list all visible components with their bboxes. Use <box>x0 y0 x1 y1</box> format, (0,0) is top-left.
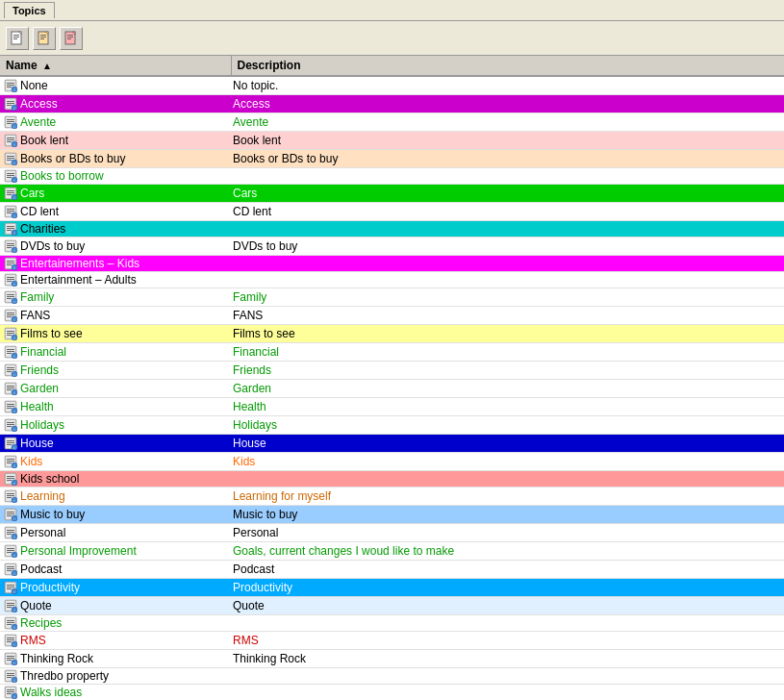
table-row[interactable]: i HouseHouse <box>0 435 784 453</box>
table-row[interactable]: i HealthHealth <box>0 398 784 416</box>
topic-description: DVDs to buy <box>231 238 784 256</box>
table-row[interactable]: i CD lentCD lent <box>0 203 784 221</box>
topic-description: Books or BDs to buy <box>231 150 784 168</box>
table-row[interactable]: i QuoteQuote <box>0 597 784 615</box>
table-container: Name ▲ Description i NoneNo topic. i Acc… <box>0 56 784 700</box>
topic-icon: i <box>4 634 17 647</box>
name-column-header[interactable]: Name ▲ <box>0 56 231 76</box>
topic-name: RMS <box>20 634 46 647</box>
svg-rect-236 <box>7 641 12 642</box>
table-row[interactable]: i Music to buyMusic to buy <box>0 506 784 524</box>
topic-icon: i <box>4 544 17 558</box>
svg-text:i: i <box>14 178 15 183</box>
topic-name: Personal <box>20 526 65 539</box>
topic-description <box>231 685 784 701</box>
topic-icon: i <box>4 418 17 432</box>
topic-name: Avente <box>20 115 56 129</box>
topic-name: Family <box>20 290 54 304</box>
table-row[interactable]: i GardenGarden <box>0 380 784 398</box>
table-row[interactable]: i LearningLearning for myself <box>0 488 784 506</box>
table-row[interactable]: i Kids school <box>0 471 784 488</box>
svg-rect-257 <box>7 693 12 694</box>
svg-rect-194 <box>7 534 12 535</box>
table-row[interactable]: i Recipes <box>0 615 784 632</box>
delete-button[interactable] <box>60 27 83 50</box>
topic-icon: i <box>4 382 17 395</box>
topic-description: Access <box>231 95 784 113</box>
edit-button[interactable] <box>33 27 56 50</box>
svg-rect-117 <box>7 335 12 336</box>
table-row[interactable]: i Charities <box>0 221 784 238</box>
topic-icon: i <box>4 508 17 521</box>
table-row[interactable]: i Thredbo property <box>0 668 784 685</box>
topic-icon: i <box>4 400 17 413</box>
topic-icon: i <box>4 472 17 486</box>
table-row[interactable]: i Book lentBook lent <box>0 132 784 150</box>
topic-icon: i <box>4 169 17 183</box>
topic-icon: i <box>4 686 17 699</box>
svg-rect-68 <box>7 212 12 213</box>
svg-text:i: i <box>14 516 15 521</box>
table-row[interactable]: i Personal ImprovementGoals, current cha… <box>0 542 784 561</box>
topic-description: Goals, current changes I woud like to ma… <box>231 542 784 561</box>
topic-description: FANS <box>231 307 784 325</box>
svg-text:i: i <box>14 535 15 539</box>
topic-description <box>231 256 784 272</box>
topic-name: Films to see <box>20 327 83 340</box>
window-title: Topics <box>13 5 46 16</box>
table-row[interactable]: i Walks ideas <box>0 685 784 701</box>
svg-rect-60 <box>7 192 14 193</box>
svg-rect-102 <box>7 296 14 297</box>
topic-icon: i <box>4 652 17 665</box>
table-row[interactable]: i AventeAvente <box>0 113 784 132</box>
svg-rect-94 <box>7 277 14 278</box>
table-row[interactable]: i Books or BDs to buyBooks or BDs to buy <box>0 150 784 168</box>
table-row[interactable]: i Thinking RockThinking Rock <box>0 650 784 668</box>
table-row[interactable]: i FamilyFamily <box>0 288 784 307</box>
table-row[interactable]: i PersonalPersonal <box>0 524 784 542</box>
table-row[interactable]: i AccessAccess <box>0 95 784 113</box>
table-row[interactable]: i Entertainements – Kids <box>0 256 784 272</box>
topic-name: Access <box>20 97 58 111</box>
topic-icon: i <box>4 489 17 503</box>
topic-icon: i <box>4 115 17 129</box>
topic-icon: i <box>4 363 17 377</box>
svg-rect-54 <box>7 177 12 178</box>
table-row[interactable]: i CarsCars <box>0 185 784 203</box>
new-button[interactable] <box>6 27 29 50</box>
table-row[interactable]: i KidsKids <box>0 453 784 471</box>
table-row[interactable]: i FANSFANS <box>0 307 784 325</box>
table-row[interactable]: i PodcastPodcast <box>0 561 784 579</box>
table-row[interactable]: i NoneNo topic. <box>0 76 784 95</box>
description-column-header[interactable]: Description <box>231 56 784 76</box>
title-bar: Topics <box>0 0 784 21</box>
svg-rect-7 <box>40 37 46 38</box>
topic-name: Garden <box>20 382 59 395</box>
svg-rect-242 <box>7 658 14 659</box>
table-row[interactable]: i Films to seeFilms to see <box>0 325 784 343</box>
table-row[interactable]: i DVDs to buyDVDs to buy <box>0 238 784 256</box>
topic-description: Cars <box>231 185 784 203</box>
svg-rect-144 <box>7 406 14 407</box>
svg-text:i: i <box>14 571 15 576</box>
topic-description: Quote <box>231 597 784 615</box>
table-row[interactable]: i FriendsFriends <box>0 362 784 380</box>
svg-text:i: i <box>14 282 15 287</box>
svg-text:i: i <box>14 372 15 377</box>
topic-description: Holidays <box>231 416 784 435</box>
topic-icon: i <box>4 152 17 165</box>
svg-text:i: i <box>14 463 15 468</box>
svg-rect-8 <box>40 38 44 39</box>
table-row[interactable]: i FinancialFinancial <box>0 343 784 362</box>
svg-text:i: i <box>14 481 15 486</box>
sort-arrow-icon: ▲ <box>42 61 52 71</box>
table-row[interactable]: i ProductivityProductivity <box>0 579 784 597</box>
svg-rect-13 <box>67 38 71 39</box>
table-row[interactable]: i Entertainment – Adults <box>0 272 784 288</box>
table-row[interactable]: i Books to borrow <box>0 168 784 185</box>
table-row[interactable]: i HolidaysHolidays <box>0 416 784 435</box>
topic-name: Holidays <box>20 418 64 432</box>
svg-rect-89 <box>7 264 12 265</box>
table-row[interactable]: i RMSRMS <box>0 632 784 650</box>
svg-rect-109 <box>7 314 14 315</box>
